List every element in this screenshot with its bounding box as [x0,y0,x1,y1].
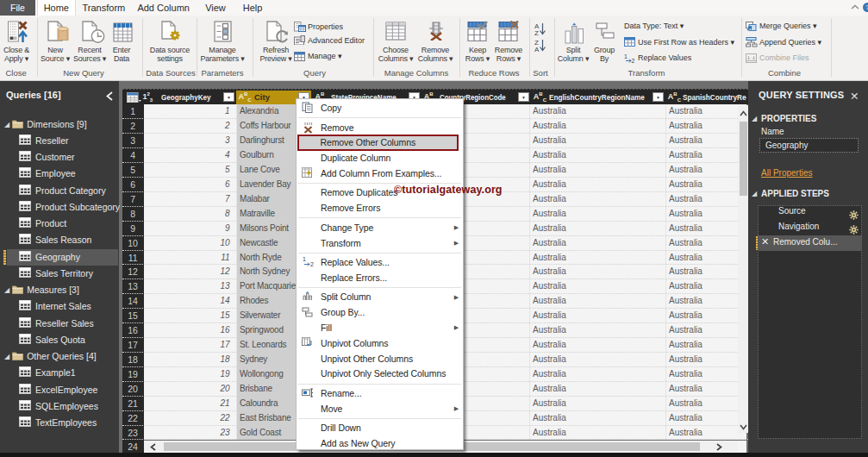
svg-text:2: 2 [310,261,314,267]
svg-text:1: 1 [624,53,628,59]
svg-text:2: 2 [632,58,635,63]
svg-text:1: 1 [303,256,306,262]
svg-text:Z: Z [534,29,539,36]
